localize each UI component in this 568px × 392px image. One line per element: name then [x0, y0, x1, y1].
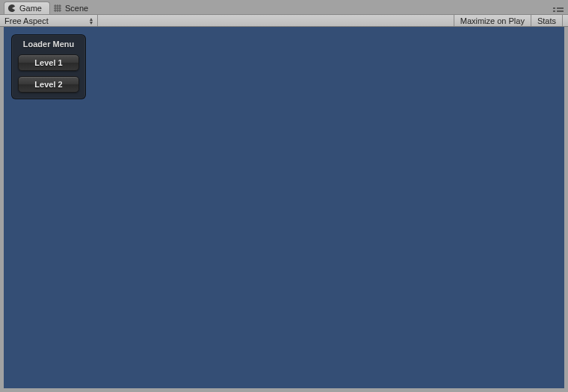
svg-rect-9 — [557, 10, 564, 12]
level-1-button[interactable]: Level 1 — [18, 55, 79, 71]
tab-game[interactable]: Game — [4, 1, 50, 14]
aspect-dropdown-label: Free Aspect — [4, 16, 49, 25]
loader-menu: Loader Menu Level 1 Level 2 — [11, 34, 86, 99]
tab-game-label: Game — [19, 4, 42, 13]
level-2-label: Level 2 — [34, 80, 62, 89]
tab-scene-label: Scene — [65, 4, 88, 13]
game-view: Loader Menu Level 1 Level 2 — [4, 27, 564, 388]
level-2-button[interactable]: Level 2 — [18, 76, 79, 93]
maximize-label: Maximize on Play — [460, 16, 525, 25]
svg-rect-7 — [557, 7, 564, 9]
pacman-icon — [7, 4, 16, 13]
toolbar-end — [562, 15, 568, 26]
tab-menu-icon[interactable] — [553, 4, 564, 11]
toolbar-spacer — [98, 15, 454, 26]
stats-button[interactable]: Stats — [531, 15, 562, 26]
level-1-label: Level 1 — [34, 58, 62, 67]
maximize-on-play-button[interactable]: Maximize on Play — [454, 15, 531, 26]
svg-rect-8 — [553, 10, 555, 12]
updown-arrows-icon: ▴▾ — [90, 17, 93, 25]
tab-bar: Game Scene — [0, 0, 568, 14]
tab-scene[interactable]: Scene — [50, 1, 96, 14]
loader-menu-title: Loader Menu — [18, 40, 79, 49]
stats-label: Stats — [537, 16, 556, 25]
game-toolbar: Free Aspect ▴▾ Maximize on Play Stats — [0, 14, 568, 27]
aspect-dropdown[interactable]: Free Aspect ▴▾ — [0, 15, 98, 26]
svg-rect-6 — [553, 7, 555, 9]
grid-icon — [53, 4, 62, 13]
